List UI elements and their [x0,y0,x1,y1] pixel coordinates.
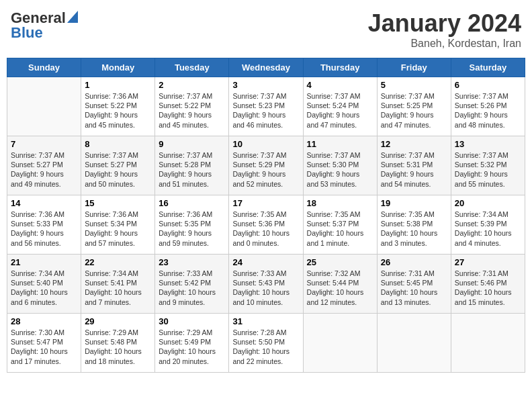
sunrise-text: Sunrise: 7:37 AM [381,91,447,101]
day-number: 2 [159,80,225,90]
sunrise-text: Sunrise: 7:34 AM [455,210,521,219]
day-detail: Sunrise: 7:37 AMSunset: 5:25 PMDaylight:… [381,91,447,130]
daylight-text: Daylight: 9 hours and 56 minutes. [11,228,77,247]
calendar-cell: 4Sunrise: 7:37 AMSunset: 5:24 PMDaylight… [303,77,377,136]
sunset-text: Sunset: 5:35 PM [159,219,225,228]
day-detail: Sunrise: 7:37 AMSunset: 5:22 PMDaylight:… [159,91,225,130]
sunset-text: Sunset: 5:50 PM [232,337,299,347]
daylight-text: Daylight: 9 hours and 53 minutes. [307,169,373,188]
day-number: 28 [11,316,77,326]
day-of-week-header: Tuesday [155,58,229,77]
logo-blue-text: Blue [11,24,43,42]
calendar-cell [7,77,81,136]
title-block: January 2024 Baneh, Kordestan, Iran [368,9,521,50]
day-of-week-header: Saturday [451,58,525,77]
calendar-cell: 24Sunrise: 7:33 AMSunset: 5:43 PMDayligh… [229,255,303,314]
sunrise-text: Sunrise: 7:31 AM [455,269,521,278]
day-number: 13 [455,139,521,149]
day-detail: Sunrise: 7:35 AMSunset: 5:36 PMDaylight:… [232,210,299,248]
calendar-week-row: 28Sunrise: 7:30 AMSunset: 5:47 PMDayligh… [7,314,525,373]
day-detail: Sunrise: 7:34 AMSunset: 5:40 PMDaylight:… [11,269,77,307]
sunset-text: Sunset: 5:25 PM [381,101,447,110]
calendar-cell [451,314,525,373]
logo-arrow-icon [67,11,78,26]
sunset-text: Sunset: 5:47 PM [11,337,77,347]
day-number: 21 [11,257,77,267]
calendar-week-row: 14Sunrise: 7:36 AMSunset: 5:33 PMDayligh… [7,195,525,255]
day-of-week-header: Friday [377,58,451,77]
day-detail: Sunrise: 7:37 AMSunset: 5:23 PMDaylight:… [232,91,299,130]
calendar-cell: 10Sunrise: 7:37 AMSunset: 5:29 PMDayligh… [229,136,303,195]
day-number: 16 [159,198,225,208]
day-number: 7 [11,139,77,149]
daylight-text: Daylight: 9 hours and 45 minutes. [85,110,151,129]
calendar-cell: 28Sunrise: 7:30 AMSunset: 5:47 PMDayligh… [7,314,81,373]
sunset-text: Sunset: 5:44 PM [307,278,373,287]
day-detail: Sunrise: 7:37 AMSunset: 5:27 PMDaylight:… [11,150,77,189]
daylight-text: Daylight: 10 hours and 20 minutes. [159,347,225,365]
day-number: 9 [159,139,225,149]
day-of-week-header: Monday [81,58,155,77]
sunset-text: Sunset: 5:45 PM [381,278,447,287]
sunset-text: Sunset: 5:27 PM [85,160,151,169]
day-detail: Sunrise: 7:34 AMSunset: 5:39 PMDaylight:… [455,210,521,248]
calendar-cell: 25Sunrise: 7:32 AMSunset: 5:44 PMDayligh… [303,255,377,314]
daylight-text: Daylight: 9 hours and 47 minutes. [381,110,447,129]
daylight-text: Daylight: 9 hours and 47 minutes. [307,110,373,129]
sunrise-text: Sunrise: 7:32 AM [307,269,373,278]
calendar-cell: 27Sunrise: 7:31 AMSunset: 5:46 PMDayligh… [451,255,525,314]
sunset-text: Sunset: 5:29 PM [232,160,299,169]
day-detail: Sunrise: 7:33 AMSunset: 5:42 PMDaylight:… [159,269,225,307]
daylight-text: Daylight: 10 hours and 7 minutes. [85,287,151,306]
month-title: January 2024 [368,9,521,38]
calendar-cell: 31Sunrise: 7:28 AMSunset: 5:50 PMDayligh… [229,314,303,373]
day-detail: Sunrise: 7:37 AMSunset: 5:32 PMDaylight:… [455,150,521,189]
calendar-cell: 2Sunrise: 7:37 AMSunset: 5:22 PMDaylight… [155,77,229,136]
daylight-text: Daylight: 9 hours and 46 minutes. [232,110,299,129]
sunrise-text: Sunrise: 7:29 AM [85,328,151,337]
sunrise-text: Sunrise: 7:28 AM [232,328,299,337]
calendar-week-row: 21Sunrise: 7:34 AMSunset: 5:40 PMDayligh… [7,255,525,314]
day-number: 1 [85,80,151,90]
calendar-cell: 6Sunrise: 7:37 AMSunset: 5:26 PMDaylight… [451,77,525,136]
day-detail: Sunrise: 7:32 AMSunset: 5:44 PMDaylight:… [307,269,373,307]
sunset-text: Sunset: 5:37 PM [307,219,373,228]
sunrise-text: Sunrise: 7:30 AM [11,328,77,337]
calendar-cell: 22Sunrise: 7:34 AMSunset: 5:41 PMDayligh… [81,255,155,314]
sunrise-text: Sunrise: 7:36 AM [159,210,225,219]
sunrise-text: Sunrise: 7:35 AM [232,210,299,219]
calendar-cell: 16Sunrise: 7:36 AMSunset: 5:35 PMDayligh… [155,195,229,255]
sunrise-text: Sunrise: 7:35 AM [381,210,447,219]
daylight-text: Daylight: 9 hours and 45 minutes. [159,110,225,129]
calendar-cell [303,314,377,373]
day-number: 10 [232,139,299,149]
logo: General Blue [11,9,78,42]
daylight-text: Daylight: 9 hours and 52 minutes. [232,169,299,188]
day-number: 31 [232,316,299,326]
daylight-text: Daylight: 10 hours and 1 minute. [307,228,373,247]
sunset-text: Sunset: 5:31 PM [381,160,447,169]
day-detail: Sunrise: 7:36 AMSunset: 5:35 PMDaylight:… [159,210,225,248]
sunrise-text: Sunrise: 7:29 AM [159,328,225,337]
daylight-text: Daylight: 9 hours and 50 minutes. [85,169,151,188]
sunrise-text: Sunrise: 7:37 AM [232,91,299,101]
day-detail: Sunrise: 7:37 AMSunset: 5:29 PMDaylight:… [232,150,299,189]
sunrise-text: Sunrise: 7:37 AM [307,150,373,160]
sunset-text: Sunset: 5:23 PM [232,101,299,110]
calendar-cell: 17Sunrise: 7:35 AMSunset: 5:36 PMDayligh… [229,195,303,255]
day-detail: Sunrise: 7:36 AMSunset: 5:34 PMDaylight:… [85,210,151,248]
day-number: 25 [307,257,373,267]
sunrise-text: Sunrise: 7:34 AM [11,269,77,278]
day-detail: Sunrise: 7:37 AMSunset: 5:31 PMDaylight:… [381,150,447,189]
sunrise-text: Sunrise: 7:31 AM [381,269,447,278]
daylight-text: Daylight: 9 hours and 57 minutes. [85,228,151,247]
sunrise-text: Sunrise: 7:37 AM [85,150,151,160]
sunset-text: Sunset: 5:28 PM [159,160,225,169]
calendar-cell: 19Sunrise: 7:35 AMSunset: 5:38 PMDayligh… [377,195,451,255]
calendar-cell: 21Sunrise: 7:34 AMSunset: 5:40 PMDayligh… [7,255,81,314]
sunset-text: Sunset: 5:22 PM [159,101,225,110]
day-number: 8 [85,139,151,149]
day-detail: Sunrise: 7:37 AMSunset: 5:24 PMDaylight:… [307,91,373,130]
calendar-cell: 26Sunrise: 7:31 AMSunset: 5:45 PMDayligh… [377,255,451,314]
sunrise-text: Sunrise: 7:33 AM [159,269,225,278]
